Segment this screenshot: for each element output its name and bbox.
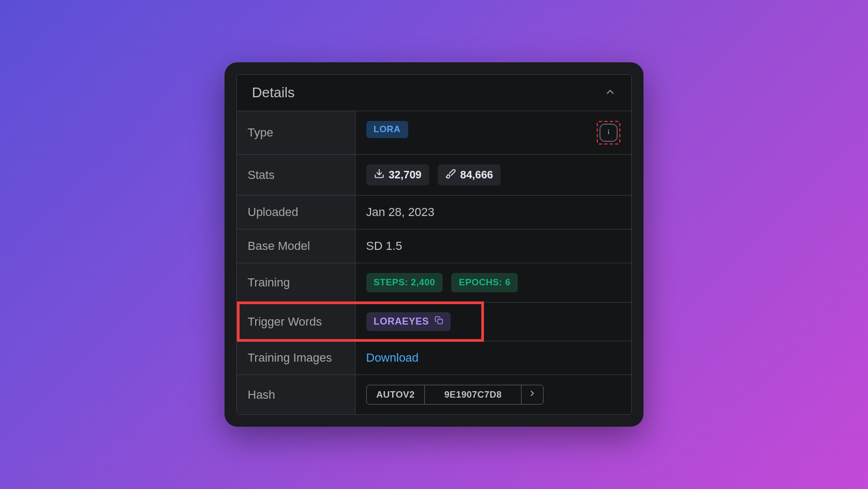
- details-panel: Details Type LORA: [236, 74, 632, 415]
- type-badge: LORA: [366, 121, 408, 138]
- value-training-images: Download: [355, 341, 631, 375]
- details-header[interactable]: Details: [237, 75, 631, 111]
- copy-icon: [435, 316, 443, 327]
- downloads-count: 32,709: [389, 169, 422, 181]
- row-uploaded: Uploaded Jan 28, 2023: [237, 196, 631, 229]
- label-training: Training: [237, 263, 355, 303]
- row-type: Type LORA: [237, 111, 631, 155]
- hash-value[interactable]: 9E1907C7D8: [425, 385, 522, 404]
- info-button[interactable]: [599, 124, 618, 142]
- brush-icon: [445, 168, 456, 182]
- hash-group: AUTOV2 9E1907C7D8: [366, 385, 544, 405]
- info-icon: [604, 126, 613, 140]
- training-epochs-badge: EPOCHS: 6: [451, 273, 518, 292]
- downloads-stat: 32,709: [366, 164, 429, 185]
- svg-rect-3: [438, 319, 443, 324]
- details-card: Details Type LORA: [225, 62, 643, 427]
- value-base-model: SD 1.5: [355, 229, 631, 263]
- row-hash: Hash AUTOV2 9E1907C7D8: [237, 375, 631, 415]
- value-stats: 32,709 84,666: [355, 155, 631, 196]
- trigger-word-badge[interactable]: LORAEYES: [366, 312, 451, 331]
- hash-type[interactable]: AUTOV2: [367, 385, 425, 404]
- training-steps-badge: STEPS: 2,400: [366, 273, 443, 292]
- row-stats: Stats 32,709 84,666: [237, 155, 631, 196]
- chevron-up-icon: [604, 86, 616, 100]
- details-table: Type LORA Stats: [237, 111, 631, 414]
- download-link[interactable]: Download: [366, 351, 419, 364]
- value-hash: AUTOV2 9E1907C7D8: [355, 375, 631, 415]
- label-uploaded: Uploaded: [237, 196, 355, 229]
- value-uploaded: Jan 28, 2023: [355, 196, 631, 229]
- svg-point-0: [609, 130, 609, 131]
- row-base-model: Base Model SD 1.5: [237, 229, 631, 263]
- hash-expand-button[interactable]: [522, 385, 543, 404]
- trigger-word-text: LORAEYES: [374, 316, 429, 327]
- uses-stat: 84,666: [438, 164, 501, 185]
- value-trigger-words: LORAEYES: [355, 303, 631, 341]
- details-title: Details: [252, 84, 294, 101]
- row-training-images: Training Images Download: [237, 341, 631, 375]
- chevron-right-icon: [528, 389, 537, 400]
- label-stats: Stats: [237, 155, 355, 196]
- label-hash: Hash: [237, 375, 355, 415]
- label-type: Type: [237, 111, 355, 155]
- download-icon: [374, 168, 385, 182]
- label-base-model: Base Model: [237, 229, 355, 263]
- label-training-images: Training Images: [237, 341, 355, 375]
- row-trigger-words: Trigger Words LORAEYES: [237, 303, 631, 341]
- row-training: Training STEPS: 2,400 EPOCHS: 6: [237, 263, 631, 303]
- value-type: LORA: [355, 111, 631, 155]
- uses-count: 84,666: [460, 169, 493, 181]
- label-trigger-words: Trigger Words: [237, 303, 355, 341]
- value-training: STEPS: 2,400 EPOCHS: 6: [355, 263, 631, 303]
- info-highlight: [597, 121, 620, 145]
